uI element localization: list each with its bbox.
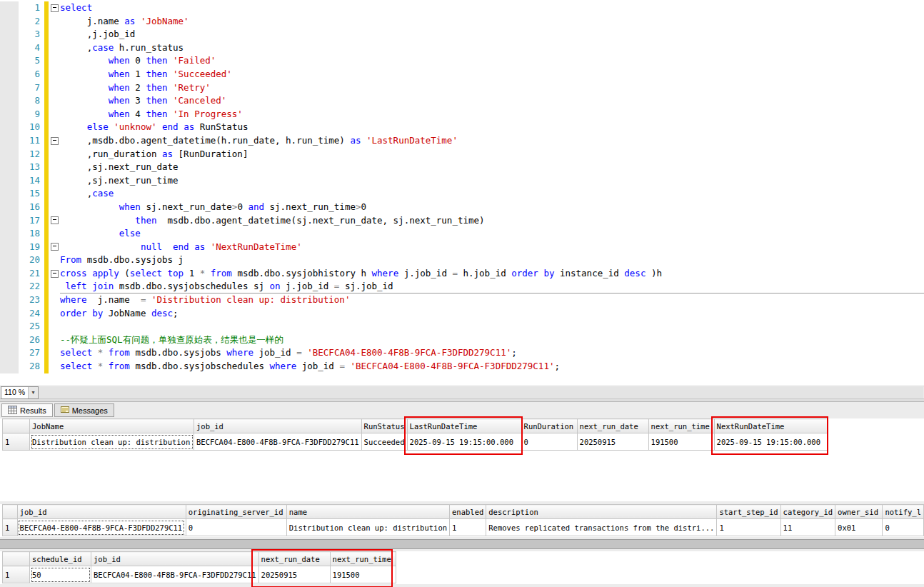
column-header[interactable]: category_id — [780, 505, 835, 519]
grid-cell[interactable]: 20250915 — [577, 433, 648, 451]
fold-margin — [49, 201, 60, 214]
grid-corner[interactable] — [3, 505, 18, 519]
code-line[interactable]: 27select * from msdb.dbo.sysjobs where j… — [0, 346, 924, 360]
code-line[interactable]: 26--怀疑上面SQL有问题，单独查原始表，结果也是一样的 — [0, 333, 924, 347]
indicator-margin — [0, 241, 19, 254]
grid-cell[interactable]: Removes replicated transactions from the… — [486, 519, 717, 536]
code-token: 'NextRunDateTime' — [211, 241, 302, 252]
column-header[interactable]: name — [286, 505, 449, 519]
grid-cell[interactable]: Distribution clean up: distribution — [286, 519, 449, 536]
code-line[interactable]: 15 ,case — [0, 187, 924, 201]
grid-cell[interactable]: 11 — [780, 519, 835, 536]
zoom-combobox[interactable]: 110 % ▾ — [1, 386, 39, 399]
code-line[interactable]: 4 ,case h.run_status — [0, 41, 924, 55]
code-line[interactable]: 18 else — [0, 227, 924, 241]
code-line[interactable]: 6 when 1 then 'Succeeded' — [0, 68, 924, 81]
column-header[interactable]: job_id — [17, 505, 186, 519]
column-header[interactable]: LastRunDateTime — [407, 419, 521, 433]
grid-cell[interactable]: 0 — [186, 519, 286, 536]
code-line[interactable]: 28select * from msdb.dbo.sysjobschedules… — [0, 360, 924, 373]
code-line[interactable]: 8 when 3 then 'Canceled' — [0, 94, 924, 108]
column-header[interactable]: enabled — [450, 505, 486, 519]
code-line[interactable]: 1select — [0, 1, 924, 15]
grid-cell[interactable]: 50 — [30, 566, 91, 583]
column-header[interactable]: next_run_date — [577, 419, 648, 433]
fold-collapse-icon[interactable] — [51, 4, 59, 12]
code-line[interactable]: 14 ,sj.next_run_time — [0, 174, 924, 188]
code-line[interactable]: 22 left join msdb.dbo.sysjobschedules sj… — [0, 280, 924, 294]
fold-margin — [49, 15, 60, 29]
code-line[interactable]: 12 ,run_duration as [RunDuration] — [0, 148, 924, 161]
column-header[interactable]: schedule_id — [30, 552, 91, 566]
tab-messages[interactable]: Messages — [54, 403, 114, 417]
code-text: ,run_duration as [RunDuration] — [60, 148, 924, 161]
horizontal-scrollbar[interactable] — [39, 387, 923, 398]
column-header[interactable]: originating_server_id — [186, 505, 286, 519]
code-line[interactable]: 11 ,msdb.dbo.agent_datetime(h.run_date, … — [0, 134, 924, 148]
column-header[interactable]: job_id — [194, 419, 362, 433]
sql-editor[interactable]: 1select2 j.name as 'JobName'3 ,j.job_id4… — [0, 0, 924, 386]
grid-cell[interactable]: 1 — [717, 519, 780, 536]
column-header[interactable]: next_run_time — [330, 552, 396, 566]
grid-splitter[interactable] — [0, 539, 924, 549]
indicator-margin — [0, 333, 19, 347]
code-text: ,sj.next_run_date — [60, 161, 924, 174]
code-line[interactable]: 17 then msdb.dbo.agent_datetime(sj.next_… — [0, 214, 924, 228]
column-header[interactable]: RunStatus — [361, 419, 407, 433]
grid-cell[interactable]: 0x01 — [835, 519, 883, 536]
fold-collapse-icon[interactable] — [51, 216, 59, 224]
code-line[interactable]: 23where j.name = 'Distribution clean up:… — [0, 294, 924, 307]
grid-cell[interactable]: 0 — [883, 519, 924, 536]
code-line[interactable]: 3 ,j.job_id — [0, 28, 924, 41]
grid-cell[interactable]: 2025-09-15 19:15:00.000 — [407, 433, 521, 451]
code-line[interactable]: 2 j.name as 'JobName' — [0, 15, 924, 29]
code-line[interactable]: 21cross apply (select top 1 * from msdb.… — [0, 267, 924, 281]
grid-cell[interactable]: Distribution clean up: distribution — [30, 433, 194, 451]
code-line[interactable]: 24order by JobName desc; — [0, 307, 924, 321]
grid-cell[interactable]: BECFCA04-E800-4F8B-9FCA-F3DFDD279C11 — [17, 519, 186, 536]
grid-cell[interactable]: 191500 — [330, 566, 396, 583]
code-line[interactable]: 25 — [0, 320, 924, 333]
grid-corner[interactable] — [3, 419, 30, 433]
grid-cell[interactable]: Succeeded — [361, 433, 407, 451]
row-header[interactable]: 1 — [3, 519, 18, 536]
grid-cell[interactable]: 2025-09-15 19:15:00.000 — [714, 433, 827, 451]
grid-cell[interactable]: BECFCA04-E800-4F8B-9FCA-F3DFDD279C11 — [194, 433, 362, 451]
code-line[interactable]: 5 when 0 then 'Failed' — [0, 54, 924, 68]
zoom-dropdown-arrow[interactable]: ▾ — [28, 387, 38, 398]
column-header[interactable]: next_run_date — [258, 552, 330, 566]
grid-cell[interactable]: BECFCA04-E800-4F8B-9FCA-F3DFDD279C11 — [91, 566, 259, 583]
code-line[interactable]: 19 null end as 'NextRunDateTime' — [0, 241, 924, 254]
grid-cell[interactable]: 1 — [450, 519, 486, 536]
code-line[interactable]: 9 when 4 then 'In Progress' — [0, 108, 924, 121]
code-line[interactable]: 20From msdb.dbo.sysjobs j — [0, 254, 924, 267]
row-header[interactable]: 1 — [3, 566, 30, 583]
code-line[interactable]: 10 else 'unknow' end as RunStatus — [0, 121, 924, 134]
fold-collapse-icon[interactable] — [51, 270, 59, 278]
line-number: 12 — [19, 148, 43, 161]
code-token — [168, 55, 174, 66]
column-header[interactable]: JobName — [30, 419, 194, 433]
code-line[interactable]: 7 when 2 then 'Retry' — [0, 81, 924, 95]
column-header[interactable]: RunDuration — [521, 419, 577, 433]
code-line[interactable]: 13 ,sj.next_run_date — [0, 161, 924, 174]
grid-corner[interactable] — [3, 552, 30, 566]
column-header[interactable]: NextRunDateTime — [714, 419, 827, 433]
fold-collapse-icon[interactable] — [51, 137, 59, 145]
row-header[interactable]: 1 — [3, 433, 30, 451]
code-text: when 0 then 'Failed' — [60, 54, 924, 68]
code-text: when sj.next_run_date>0 and sj.next_run_… — [60, 201, 924, 214]
fold-collapse-icon[interactable] — [51, 243, 59, 251]
grid-cell[interactable]: 20250915 — [258, 566, 330, 583]
column-header[interactable]: job_id — [91, 552, 259, 566]
column-header[interactable]: owner_sid — [835, 505, 883, 519]
column-header[interactable]: start_step_id — [717, 505, 780, 519]
column-header[interactable]: description — [486, 505, 717, 519]
column-header[interactable]: next_run_time — [648, 419, 714, 433]
grid-cell[interactable]: 191500 — [648, 433, 714, 451]
column-header[interactable]: notify_l — [883, 505, 924, 519]
code-text: null end as 'NextRunDateTime' — [60, 241, 924, 254]
tab-results[interactable]: Results — [1, 403, 53, 417]
grid-cell[interactable]: 0 — [521, 433, 577, 451]
code-line[interactable]: 16 when sj.next_run_date>0 and sj.next_r… — [0, 201, 924, 214]
